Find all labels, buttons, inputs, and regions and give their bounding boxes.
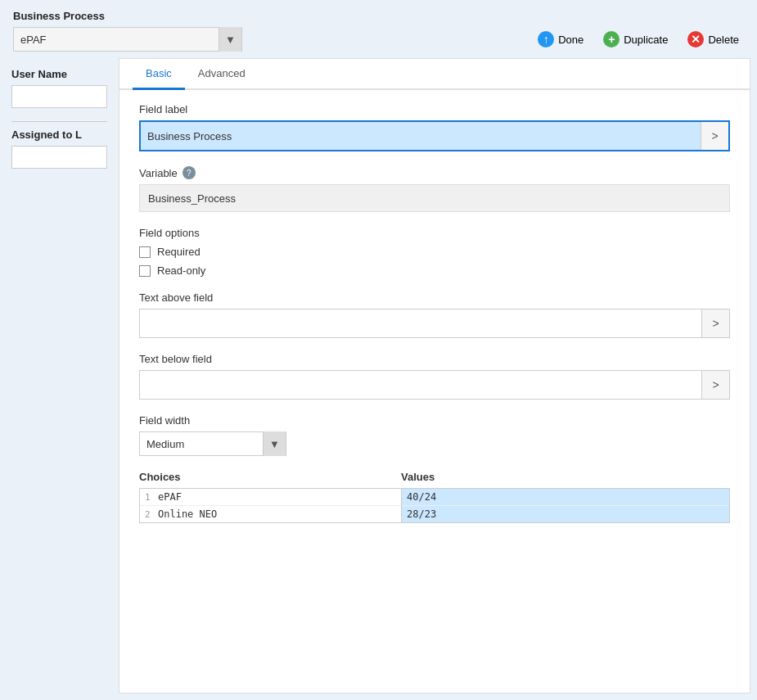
business-process-heading: Business Process	[13, 10, 744, 22]
choices-left-col: 1 ePAF 2 Online NEO	[140, 489, 402, 522]
top-section: Business Process ePAF ▼ ↑ Done + Duplica…	[0, 0, 757, 58]
field-label-group: Field label >	[139, 103, 730, 151]
tabs-bar: Basic Advanced	[119, 59, 750, 90]
field-width-arrow-icon[interactable]: ▼	[263, 431, 286, 456]
assigned-to-label: Assigned to L	[11, 129, 107, 141]
values-right-col: 40/24 28/23	[402, 489, 729, 522]
assigned-to-input[interactable]	[11, 146, 107, 169]
duplicate-button[interactable]: + Duplicate	[598, 28, 673, 51]
duplicate-icon: +	[603, 31, 620, 47]
readonly-checkbox-row: Read-only	[139, 264, 730, 277]
required-label: Required	[157, 246, 201, 258]
field-options-group: Field options Required Read-only	[139, 227, 730, 277]
variable-group: Variable ? Business_Process	[139, 166, 730, 212]
text-above-input[interactable]	[140, 309, 701, 337]
text-above-label: Text above field	[139, 291, 730, 304]
text-above-group: Text above field >	[139, 291, 730, 338]
right-panel: Basic Advanced Field label >	[119, 58, 750, 693]
choice-val-1: ePAF	[158, 491, 182, 503]
choices-header: Choices Values	[139, 471, 730, 488]
text-below-row: >	[139, 370, 730, 400]
list-item[interactable]: 2 Online NEO	[140, 506, 401, 522]
page-wrapper: Business Process ePAF ▼ ↑ Done + Duplica…	[0, 0, 757, 700]
field-label-row: >	[139, 120, 730, 151]
values-col-heading: Values	[401, 471, 730, 488]
text-above-row: >	[139, 309, 730, 338]
field-width-value: Medium	[140, 438, 263, 450]
field-options-label: Field options	[139, 227, 730, 239]
field-width-label: Field width	[139, 414, 730, 427]
main-layout: User Name Assigned to L Basic Advanced	[0, 58, 757, 700]
text-below-label: Text below field	[139, 353, 730, 365]
choices-section: Choices Values 1 ePAF 2 Online NEO	[139, 471, 730, 523]
tab-basic[interactable]: Basic	[133, 59, 185, 90]
action-buttons: ↑ Done + Duplicate ✕ Delete	[533, 28, 744, 51]
required-checkbox[interactable]	[139, 246, 151, 258]
sidebar: User Name Assigned to L	[0, 58, 119, 700]
field-width-group: Field width Medium ▼	[139, 414, 730, 456]
field-label-expand-button[interactable]: >	[701, 122, 728, 150]
business-process-select[interactable]: ePAF ▼	[13, 27, 242, 52]
variable-section: Variable ?	[139, 166, 730, 179]
text-below-group: Text below field >	[139, 353, 730, 400]
variable-value: Business_Process	[139, 184, 730, 212]
required-checkbox-row: Required	[139, 246, 730, 258]
text-below-input[interactable]	[140, 371, 701, 399]
variable-label: Variable	[139, 167, 178, 179]
delete-label: Delete	[708, 34, 739, 46]
choice-num-1: 1	[145, 492, 158, 503]
choice-val-2: Online NEO	[158, 508, 217, 520]
top-row: ePAF ▼ ↑ Done + Duplicate ✕ Delete	[13, 27, 744, 52]
business-process-dropdown-arrow[interactable]: ▼	[219, 27, 241, 52]
variable-help-icon[interactable]: ?	[182, 166, 196, 179]
choice-num-2: 2	[145, 509, 158, 520]
done-button[interactable]: ↑ Done	[533, 28, 588, 51]
choices-col-heading: Choices	[139, 471, 401, 488]
duplicate-label: Duplicate	[624, 34, 668, 46]
readonly-checkbox[interactable]	[139, 265, 151, 277]
choices-table: 1 ePAF 2 Online NEO 40/24	[139, 488, 730, 523]
readonly-label: Read-only	[157, 264, 205, 277]
sidebar-divider	[11, 121, 107, 122]
field-label-heading: Field label	[139, 103, 730, 115]
text-above-expand-button[interactable]: >	[701, 309, 729, 337]
list-item[interactable]: 1 ePAF	[140, 489, 401, 506]
business-process-value: ePAF	[14, 34, 219, 46]
list-item[interactable]: 28/23	[402, 506, 729, 522]
field-label-input[interactable]	[141, 122, 701, 150]
field-width-select[interactable]: Medium ▼	[139, 431, 286, 456]
done-label: Done	[558, 34, 584, 46]
done-icon: ↑	[538, 31, 554, 47]
delete-button[interactable]: ✕ Delete	[683, 28, 744, 51]
tab-advanced[interactable]: Advanced	[185, 59, 259, 90]
user-name-input[interactable]	[11, 85, 107, 108]
user-name-label: User Name	[11, 68, 107, 80]
value-2: 28/23	[407, 508, 436, 520]
value-1: 40/24	[407, 491, 436, 503]
form-area: Field label > Variable ? Business_Proces…	[119, 90, 750, 536]
list-item[interactable]: 40/24	[402, 489, 729, 506]
delete-icon: ✕	[687, 31, 704, 47]
text-below-expand-button[interactable]: >	[701, 371, 729, 399]
